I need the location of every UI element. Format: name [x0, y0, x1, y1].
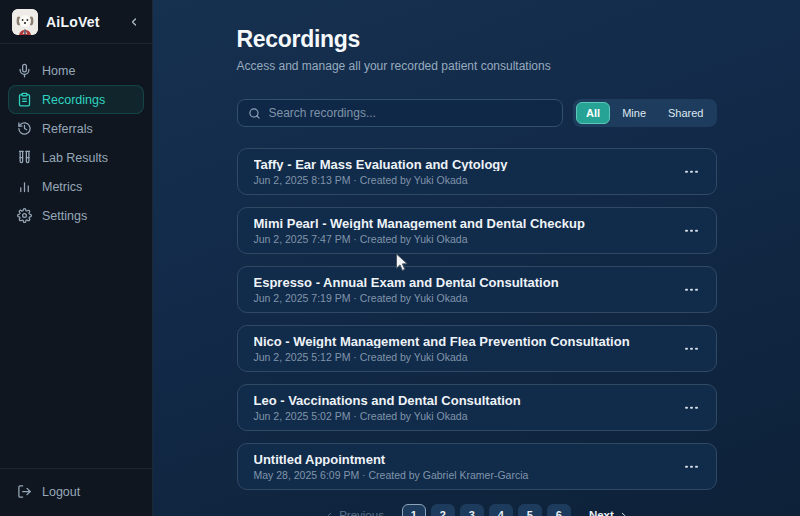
chevron-left-icon — [325, 511, 334, 516]
microphone-icon — [17, 63, 32, 78]
app-name: AiLoVet — [46, 14, 120, 30]
sidebar-item-label: Referrals — [42, 122, 93, 136]
clipboard-icon — [17, 92, 32, 107]
recording-card[interactable]: Taffy - Ear Mass Evaluation and Cytology… — [237, 148, 717, 195]
main-content: Recordings Access and manage all your re… — [153, 0, 800, 516]
sidebar-item-label: Home — [42, 64, 75, 78]
recording-card[interactable]: Mimi Pearl - Weight Management and Denta… — [237, 207, 717, 254]
recording-meta: Jun 2, 2025 7:47 PM · Created by Yuki Ok… — [254, 233, 672, 245]
recording-meta: Jun 2, 2025 5:02 PM · Created by Yuki Ok… — [254, 410, 672, 422]
sidebar-item-recordings[interactable]: Recordings — [8, 85, 144, 114]
recording-title: Mimi Pearl - Weight Management and Denta… — [254, 216, 672, 230]
recordings-list: Taffy - Ear Mass Evaluation and Cytology… — [237, 148, 717, 490]
page-button-6[interactable]: 6 — [547, 504, 571, 516]
app-logo — [12, 9, 38, 35]
recording-card[interactable]: Leo - Vaccinations and Dental Consultati… — [237, 384, 717, 431]
search-box[interactable] — [237, 99, 564, 127]
filter-segmented-control: All Mine Shared — [573, 99, 716, 127]
chevron-left-icon — [128, 16, 140, 28]
sidebar: AiLoVet Home Recordings — [0, 0, 153, 516]
next-label: Next — [589, 509, 614, 516]
sidebar-footer: Logout — [0, 468, 152, 516]
page-button-2[interactable]: 2 — [431, 504, 455, 516]
sidebar-item-referrals[interactable]: Referrals — [8, 114, 144, 143]
logout-button[interactable]: Logout — [8, 477, 144, 506]
history-icon — [17, 121, 32, 136]
recording-title: Espresso - Annual Exam and Dental Consul… — [254, 275, 672, 289]
more-menu-icon[interactable] — [681, 461, 702, 472]
sidebar-header: AiLoVet — [0, 0, 152, 44]
recording-title: Leo - Vaccinations and Dental Consultati… — [254, 393, 672, 407]
recording-meta: Jun 2, 2025 8:13 PM · Created by Yuki Ok… — [254, 174, 672, 186]
toolbar: All Mine Shared — [237, 99, 717, 127]
previous-page-button[interactable]: Previous — [325, 509, 384, 516]
more-menu-icon[interactable] — [681, 284, 702, 295]
sidebar-item-label: Settings — [42, 209, 87, 223]
logout-label: Logout — [42, 485, 80, 499]
filter-option-all[interactable]: All — [576, 102, 610, 124]
more-menu-icon[interactable] — [681, 402, 702, 413]
filter-option-mine[interactable]: Mine — [612, 102, 656, 124]
sidebar-item-lab-results[interactable]: Lab Results — [8, 143, 144, 172]
previous-label: Previous — [339, 509, 384, 516]
recording-title: Taffy - Ear Mass Evaluation and Cytology — [254, 157, 672, 171]
more-menu-icon[interactable] — [681, 225, 702, 236]
sidebar-collapse-button[interactable] — [128, 16, 140, 28]
bar-chart-icon — [17, 179, 32, 194]
page-button-3[interactable]: 3 — [460, 504, 484, 516]
page-title: Recordings — [237, 26, 717, 52]
filter-option-shared[interactable]: Shared — [658, 102, 713, 124]
gear-icon — [17, 208, 32, 223]
recording-title: Untitled Appointment — [254, 452, 672, 466]
recording-title: Nico - Weight Management and Flea Preven… — [254, 334, 672, 348]
recording-meta: Jun 2, 2025 7:19 PM · Created by Yuki Ok… — [254, 292, 672, 304]
sidebar-item-home[interactable]: Home — [8, 56, 144, 85]
chevron-right-icon — [619, 511, 628, 516]
more-menu-icon[interactable] — [681, 166, 702, 177]
recording-card[interactable]: Nico - Weight Management and Flea Preven… — [237, 325, 717, 372]
recording-card[interactable]: Untitled Appointment May 28, 2025 6:09 P… — [237, 443, 717, 490]
sidebar-item-label: Recordings — [42, 93, 105, 107]
sidebar-nav: Home Recordings Referrals — [0, 44, 152, 230]
sidebar-item-settings[interactable]: Settings — [8, 201, 144, 230]
sidebar-item-label: Lab Results — [42, 151, 108, 165]
page-button-1[interactable]: 1 — [402, 504, 426, 516]
test-tubes-icon — [17, 150, 32, 165]
dog-logo-icon — [12, 9, 38, 35]
search-icon — [248, 107, 261, 120]
sidebar-item-label: Metrics — [42, 180, 82, 194]
recording-meta: Jun 2, 2025 5:12 PM · Created by Yuki Ok… — [254, 351, 672, 363]
logout-icon — [17, 484, 32, 499]
next-page-button[interactable]: Next — [589, 509, 628, 516]
page-button-4[interactable]: 4 — [489, 504, 513, 516]
page-subtitle: Access and manage all your recorded pati… — [237, 59, 717, 73]
sidebar-item-metrics[interactable]: Metrics — [8, 172, 144, 201]
more-menu-icon[interactable] — [681, 343, 702, 354]
recording-card[interactable]: Espresso - Annual Exam and Dental Consul… — [237, 266, 717, 313]
pagination: Previous 1 2 3 4 5 6 Next — [237, 502, 717, 516]
page-button-5[interactable]: 5 — [518, 504, 542, 516]
recording-meta: May 28, 2025 6:09 PM · Created by Gabrie… — [254, 469, 672, 481]
search-input[interactable] — [269, 106, 553, 120]
